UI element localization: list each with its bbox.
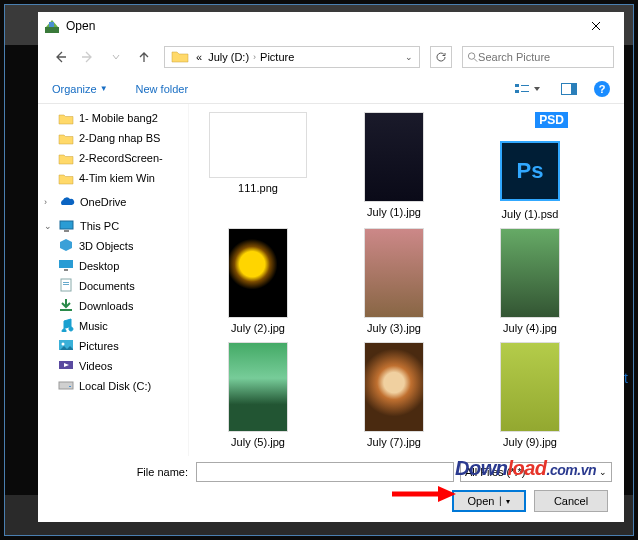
sidebar-pc-item[interactable]: Local Disk (C:): [38, 376, 188, 396]
nav-recent-button[interactable]: [104, 45, 128, 69]
svg-rect-18: [60, 309, 72, 311]
breadcrumb-prefix: «: [193, 51, 205, 63]
open-file-dialog: Open « July (D:) › Picture ⌄ Organize▼ N…: [38, 12, 624, 522]
file-thumbnail: [228, 228, 288, 318]
onedrive-icon: [59, 196, 75, 208]
file-item[interactable]: July (4).jpg: [465, 228, 595, 334]
sidebar-item-label: 2-Dang nhap BS: [79, 132, 160, 144]
sidebar-quick-item[interactable]: 1- Mobile bang2: [38, 108, 188, 128]
file-thumbnail: [364, 342, 424, 432]
svg-rect-0: [45, 27, 59, 33]
sidebar-pc-item[interactable]: Pictures: [38, 336, 188, 356]
folder-icon: [58, 152, 74, 165]
cancel-button[interactable]: Cancel: [534, 490, 608, 512]
open-button-label: Open: [468, 495, 495, 507]
new-folder-button[interactable]: New folder: [136, 83, 189, 95]
arrow-left-icon: [53, 50, 67, 64]
svg-rect-9: [571, 84, 576, 94]
preview-icon: [561, 83, 577, 95]
sidebar-this-pc[interactable]: ⌄ This PC: [38, 216, 188, 236]
sidebar-quick-item[interactable]: 2-RecordScreen-: [38, 148, 188, 168]
organize-label: Organize: [52, 83, 97, 95]
search-box[interactable]: [462, 46, 614, 68]
address-bar-row: « July (D:) › Picture ⌄: [38, 40, 624, 74]
sidebar-quick-item[interactable]: 2-Dang nhap BS: [38, 128, 188, 148]
organize-menu[interactable]: Organize▼: [52, 83, 108, 95]
refresh-icon: [435, 51, 447, 63]
open-button[interactable]: Open▏▾: [452, 490, 526, 512]
sidebar-pc-item[interactable]: Videos: [38, 356, 188, 376]
search-input[interactable]: [478, 51, 609, 63]
dialog-body: 1- Mobile bang22-Dang nhap BS2-RecordScr…: [38, 104, 624, 456]
chevron-down-icon: ▼: [100, 84, 108, 93]
file-item[interactable]: July (7).jpg: [329, 342, 459, 448]
sidebar-pc-item[interactable]: Downloads: [38, 296, 188, 316]
refresh-button[interactable]: [430, 46, 452, 68]
dialog-title: Open: [66, 19, 576, 33]
file-item[interactable]: PSDPsJuly (1).psd: [465, 112, 595, 220]
svg-rect-14: [64, 269, 68, 271]
nav-forward-button[interactable]: [76, 45, 100, 69]
sidebar-item-label: Desktop: [79, 260, 119, 272]
sidebar-item-label: Pictures: [79, 340, 119, 352]
file-name-label: July (7).jpg: [367, 436, 421, 448]
3d-icon: [58, 238, 74, 254]
nav-back-button[interactable]: [48, 45, 72, 69]
file-thumbnail: [364, 112, 424, 202]
button-row: Open▏▾ Cancel: [50, 490, 612, 512]
navigation-pane: 1- Mobile bang22-Dang nhap BS2-RecordScr…: [38, 104, 188, 456]
file-item[interactable]: July (9).jpg: [465, 342, 595, 448]
toolbar-right: ?: [510, 79, 610, 99]
chevron-down-icon: ⌄: [599, 467, 607, 477]
breadcrumb-dropdown[interactable]: ⌄: [401, 52, 417, 62]
svg-point-3: [468, 53, 474, 59]
svg-rect-24: [69, 386, 71, 387]
chevron-down-icon: [112, 53, 120, 61]
file-name-label: July (2).jpg: [231, 322, 285, 334]
sidebar-pc-item[interactable]: Documents: [38, 276, 188, 296]
music-icon: [58, 318, 74, 334]
file-item[interactable]: July (3).jpg: [329, 228, 459, 334]
sidebar-pc-item[interactable]: Desktop: [38, 256, 188, 276]
filename-input[interactable]: [196, 462, 454, 482]
titlebar: Open: [38, 12, 624, 40]
breadcrumb-folder[interactable]: Picture: [257, 51, 297, 63]
breadcrumb-drive[interactable]: July (D:): [205, 51, 252, 63]
view-icon: [514, 82, 540, 96]
sidebar-quick-item[interactable]: 4-Tim kiem Win: [38, 168, 188, 188]
pictures-icon: [58, 338, 74, 354]
sidebar-pc-item[interactable]: 3D Objects: [38, 236, 188, 256]
file-item[interactable]: July (2).jpg: [193, 228, 323, 334]
help-button[interactable]: ?: [594, 81, 610, 97]
downloads-icon: [58, 298, 74, 314]
svg-rect-6: [521, 85, 529, 86]
breadcrumb-bar[interactable]: « July (D:) › Picture ⌄: [164, 46, 420, 68]
sidebar-pc-item[interactable]: Music: [38, 316, 188, 336]
file-name-label: July (5).jpg: [231, 436, 285, 448]
file-name-label: July (9).jpg: [503, 436, 557, 448]
file-item[interactable]: July (1).jpg: [329, 112, 459, 220]
file-item[interactable]: 111.png: [193, 112, 323, 220]
sidebar-item-label: Videos: [79, 360, 112, 372]
close-icon: [591, 21, 601, 31]
close-button[interactable]: [576, 14, 616, 38]
file-item[interactable]: July (5).jpg: [193, 342, 323, 448]
file-thumbnail: [228, 342, 288, 432]
videos-icon: [58, 358, 74, 374]
file-thumbnail: [209, 112, 307, 178]
sidebar-onedrive[interactable]: › OneDrive: [38, 192, 188, 212]
svg-marker-12: [60, 239, 72, 251]
view-options-button[interactable]: [510, 79, 544, 99]
toolbar: Organize▼ New folder ?: [38, 74, 624, 104]
file-name-label: 111.png: [238, 182, 278, 194]
nav-up-button[interactable]: [132, 45, 156, 69]
desktop-icon: [58, 258, 74, 274]
preview-pane-button[interactable]: [552, 79, 586, 99]
svg-rect-5: [515, 90, 519, 93]
file-list-pane[interactable]: 111.pngJuly (1).jpgPSDPsJuly (1).psdJuly…: [188, 104, 624, 456]
file-name-label: July (4).jpg: [503, 322, 557, 334]
file-type-filter[interactable]: All Files (*.*) ⌄: [460, 462, 612, 482]
folder-icon: [58, 172, 74, 185]
svg-rect-4: [515, 84, 519, 87]
svg-rect-17: [63, 284, 69, 285]
